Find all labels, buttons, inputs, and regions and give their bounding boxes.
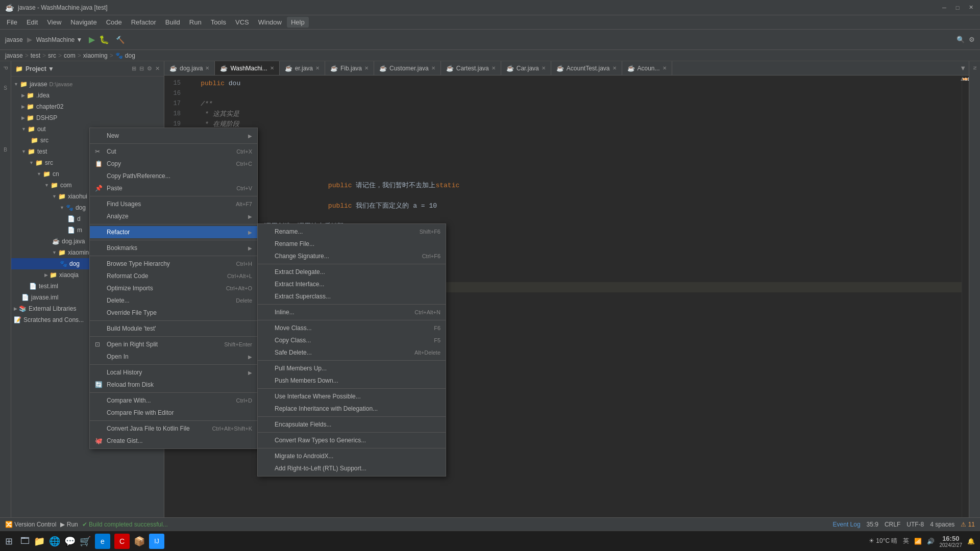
project-dropdown[interactable]: javase — [5, 36, 23, 43]
tab-customer[interactable]: ☕ Customer.java ✕ — [374, 61, 441, 75]
tab-close-washmachine[interactable]: ✕ — [270, 65, 274, 71]
bc-com[interactable]: com — [64, 52, 76, 59]
taskbar-wechat[interactable]: 💬 — [64, 536, 76, 547]
debug-btn[interactable]: 🐛 — [99, 35, 109, 44]
ctx-local-history[interactable]: Local History ▶ — [90, 366, 257, 379]
menu-file[interactable]: File — [3, 17, 21, 28]
expand-all-btn[interactable]: ⊞ — [132, 65, 136, 72]
ctx-open-in[interactable]: Open In ▶ — [90, 350, 257, 363]
tab-er[interactable]: ☕ er.java ✕ — [280, 61, 325, 75]
collapse-all-btn[interactable]: ⊟ — [139, 65, 144, 72]
ctx-copy-path[interactable]: Copy Path/Reference... — [90, 170, 257, 182]
refactor-encapsulate[interactable]: Encapsulate Fields... — [258, 418, 446, 431]
notifications-btn[interactable]: N — [972, 66, 977, 70]
taskbar-csdn[interactable]: C — [114, 534, 130, 549]
tab-car[interactable]: ☕ Car.java ✕ — [501, 61, 551, 75]
bookmarks-tab[interactable]: B — [4, 147, 7, 153]
refactor-move-class[interactable]: Move Class... F6 — [258, 322, 446, 334]
refactor-copy-class[interactable]: Copy Class... F5 — [258, 334, 446, 346]
build-btn[interactable]: 🔨 — [116, 36, 125, 44]
settings-btn[interactable]: ⚙ — [969, 36, 975, 43]
version-control-btn[interactable]: 🔀 Version Control — [5, 521, 56, 528]
encoding-indicator[interactable]: UTF-8 — [906, 521, 924, 528]
close-panel-btn[interactable]: ✕ — [155, 65, 160, 72]
input-method[interactable]: 英 — [903, 537, 909, 545]
ctx-find-usages[interactable]: Find Usages Alt+F7 — [90, 198, 257, 210]
bc-src[interactable]: src — [48, 52, 56, 59]
structure-tab[interactable]: S — [4, 85, 7, 91]
event-log-btn[interactable]: Event Log — [833, 521, 861, 528]
tab-acoun[interactable]: ☕ Acoun... ✕ — [622, 61, 672, 75]
run-config-btn[interactable]: WashMachine ▼ — [36, 36, 83, 43]
tree-item-javase[interactable]: ▼ 📁 javase D:\javase — [11, 79, 164, 90]
menu-tools[interactable]: Tools — [207, 17, 230, 28]
refactor-replace-inheritance[interactable]: Replace Inheritance with Delegation... — [258, 403, 446, 415]
notification-btn[interactable]: 🔔 — [967, 538, 975, 545]
bc-test[interactable]: test — [31, 52, 40, 59]
menu-build[interactable]: Build — [161, 17, 184, 28]
ctx-paste[interactable]: 📌 Paste Ctrl+V — [90, 182, 257, 194]
menu-edit[interactable]: Edit — [22, 17, 42, 28]
bc-dog[interactable]: dog — [125, 52, 135, 59]
line-sep-indicator[interactable]: CRLF — [885, 521, 900, 528]
search-everywhere-btn[interactable]: 🔍 — [957, 36, 965, 43]
ctx-new[interactable]: New ▶ — [90, 130, 257, 142]
ctx-reformat[interactable]: Reformat Code Ctrl+Alt+L — [90, 270, 257, 282]
menu-run[interactable]: Run — [185, 17, 206, 28]
ctx-create-gist[interactable]: 🐙 Create Gist... — [90, 435, 257, 447]
tab-cartest[interactable]: ☕ Cartest.java ✕ — [441, 61, 501, 75]
warnings-indicator[interactable]: ⚠ 11 — [961, 521, 975, 528]
taskbar-browser[interactable]: 🌐 — [49, 536, 60, 547]
ctx-reload-disk[interactable]: 🔄 Reload from Disk — [90, 379, 257, 391]
run-bottom-btn[interactable]: ▶ Run — [60, 521, 78, 528]
minimize-btn[interactable]: ─ — [940, 4, 948, 12]
ctx-copy[interactable]: 📋 Copy Ctrl+C — [90, 158, 257, 170]
taskbar-app7[interactable]: 📦 — [134, 536, 145, 547]
ctx-cut[interactable]: ✂ Cut Ctrl+X — [90, 145, 257, 158]
tab-fib[interactable]: ☕ Fib.java ✕ — [325, 61, 374, 75]
start-btn[interactable]: ⊞ — [5, 536, 13, 547]
refactor-inline[interactable]: Inline... Ctrl+Alt+N — [258, 306, 446, 318]
menu-refactor[interactable]: Refactor — [127, 17, 160, 28]
ctx-refactor[interactable]: Refactor ▶ — [90, 226, 257, 238]
taskbar-shop[interactable]: 🛒 — [80, 536, 91, 547]
refactor-push-down[interactable]: Push Members Down... — [258, 374, 446, 387]
ctx-bookmarks[interactable]: Bookmarks ▶ — [90, 242, 257, 254]
taskbar-folder[interactable]: 📁 — [34, 536, 45, 547]
refactor-migrate-androidx[interactable]: Migrate to AndroidX... — [258, 450, 446, 462]
refactor-safe-delete[interactable]: Safe Delete... Alt+Delete — [258, 346, 446, 359]
menu-vcs[interactable]: VCS — [231, 17, 253, 28]
ctx-compare-editor[interactable]: Compare File with Editor — [90, 407, 257, 419]
refactor-rename-file[interactable]: Rename File... — [258, 238, 446, 250]
indent-indicator[interactable]: 4 spaces — [930, 521, 954, 528]
tree-item-idea[interactable]: ▶ 📁 .idea — [11, 90, 164, 101]
refactor-use-interface[interactable]: Use Interface Where Possible... — [258, 390, 446, 403]
tabs-overflow-btn[interactable]: ▼ — [957, 61, 969, 75]
ctx-analyze[interactable]: Analyze ▶ — [90, 210, 257, 222]
menu-help[interactable]: Help — [287, 17, 309, 28]
ctx-override-filetype[interactable]: Override File Type — [90, 307, 257, 319]
tab-dog-java[interactable]: ☕ dog.java ✕ — [164, 61, 215, 75]
refactor-rtl-support[interactable]: Add Right-to-Left (RTL) Support... — [258, 462, 446, 474]
tree-item-dshsp[interactable]: ▶ 📁 DSHSP — [11, 112, 164, 123]
tree-item-chapter02[interactable]: ▶ 📁 chapter02 — [11, 101, 164, 112]
bc-xiaoming[interactable]: xiaoming — [83, 52, 108, 59]
menu-view[interactable]: View — [43, 17, 65, 28]
tab-acounttest[interactable]: ☕ AcountTest.java ✕ — [551, 61, 622, 75]
refactor-convert-generics[interactable]: Convert Raw Types to Generics... — [258, 434, 446, 446]
close-btn[interactable]: ✕ — [967, 4, 975, 12]
ctx-open-right-split[interactable]: ⊡ Open in Right Split Shift+Enter — [90, 338, 257, 350]
refactor-extract-superclass[interactable]: Extract Superclass... — [258, 290, 446, 303]
project-tab[interactable]: P — [3, 66, 8, 70]
refactor-extract-interface[interactable]: Extract Interface... — [258, 278, 446, 290]
refactor-extract-delegate[interactable]: Extract Delegate... — [258, 266, 446, 278]
menu-navigate[interactable]: Navigate — [66, 17, 101, 28]
menu-window[interactable]: Window — [254, 17, 286, 28]
ctx-build-module[interactable]: Build Module 'test' — [90, 322, 257, 335]
ctx-browse-hierarchy[interactable]: Browse Type Hierarchy Ctrl+H — [90, 258, 257, 270]
taskbar-edge[interactable]: e — [95, 534, 110, 549]
refactor-rename[interactable]: Rename... Shift+F6 — [258, 226, 446, 238]
ctx-optimize-imports[interactable]: Optimize Imports Ctrl+Alt+O — [90, 282, 257, 294]
tab-washmachine[interactable]: ☕ WashMachi... ✕ — [215, 61, 279, 75]
refactor-change-sig[interactable]: Change Signature... Ctrl+F6 — [258, 250, 446, 262]
